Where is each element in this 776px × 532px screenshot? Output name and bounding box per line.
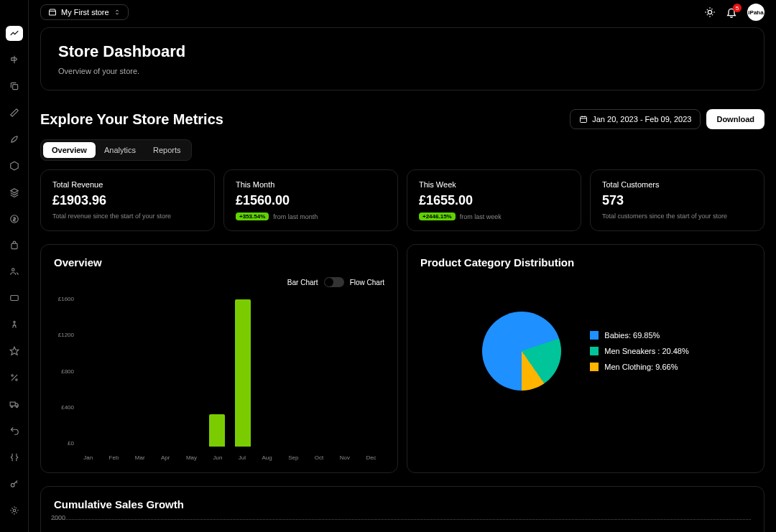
svg-rect-9 — [10, 402, 15, 406]
nav-copy-icon[interactable] — [6, 79, 23, 94]
nav-rocket-icon[interactable] — [6, 132, 23, 147]
store-selector[interactable]: My First store — [40, 4, 129, 20]
svg-marker-6 — [10, 347, 19, 355]
svg-point-5 — [13, 322, 14, 323]
tab-reports[interactable]: Reports — [144, 142, 190, 158]
nav-ruler-icon[interactable] — [6, 106, 23, 121]
bar-chart: £1600£1200£800£400£0 JanFebMarAprMayJunJ… — [54, 296, 384, 461]
overview-chart-title: Overview — [54, 256, 384, 269]
svg-point-11 — [16, 406, 17, 407]
legend-color-babies — [590, 331, 599, 340]
svg-point-13 — [13, 509, 16, 512]
nav-person-icon[interactable] — [6, 317, 23, 332]
growth-chart-card: Cumulative Sales Growth 2000 — [40, 486, 765, 532]
tab-overview[interactable]: Overview — [43, 142, 96, 158]
overview-chart-card: Overview Bar Chart Flow Chart £1600£1200… — [40, 244, 398, 473]
stat-value: £1655.00 — [419, 193, 569, 208]
nav-tool-icon[interactable] — [6, 449, 23, 465]
legend-color-clothing — [590, 363, 599, 371]
chevron-updown-icon — [114, 9, 121, 16]
stat-sub: Total customers since the start of your … — [602, 213, 752, 220]
store-name: My First store — [61, 8, 109, 17]
svg-point-8 — [15, 379, 17, 381]
notification-badge: 5 — [733, 4, 742, 12]
nav-key-icon[interactable] — [6, 476, 23, 491]
nav-settings-icon[interactable] — [6, 503, 23, 518]
nav-bag-icon[interactable] — [6, 238, 23, 253]
download-button[interactable]: Download — [706, 109, 765, 129]
stat-badge: +353.54% — [236, 213, 269, 220]
nav-dollar-icon[interactable] — [6, 211, 23, 226]
stat-label: Total Revenue — [52, 180, 203, 189]
stat-this-week: This Week £1655.00 +2446.15%from last we… — [407, 169, 581, 231]
svg-rect-15 — [581, 117, 587, 123]
growth-ytick: 2000 — [51, 514, 65, 521]
stat-sub: from last month — [273, 213, 318, 220]
growth-chart: 2000 — [54, 519, 751, 532]
toggle-label-flow: Flow Chart — [350, 279, 384, 286]
nav-wallet-icon[interactable] — [6, 291, 23, 306]
main-content: Store Dashboard Overview of your store. … — [29, 24, 776, 532]
svg-rect-2 — [11, 243, 17, 249]
nav-users-icon[interactable] — [6, 264, 23, 279]
svg-point-3 — [11, 269, 14, 271]
growth-chart-title: Cumulative Sales Growth — [54, 498, 751, 510]
stat-label: This Week — [419, 180, 569, 189]
stat-this-month: This Month £1560.00 +353.54%from last mo… — [223, 169, 398, 231]
avatar-initials: iPaha — [748, 9, 763, 16]
page-title: Store Dashboard — [58, 42, 747, 61]
svg-point-10 — [11, 406, 12, 407]
date-range-text: Jan 20, 2023 - Feb 09, 2023 — [592, 115, 691, 123]
legend-label: Men Sneakers : 20.48% — [604, 347, 688, 355]
stat-value: 573 — [602, 193, 752, 208]
pie-legend: Babies: 69.85% Men Sneakers : 20.48% Men… — [590, 331, 688, 371]
legend-label: Babies: 69.85% — [604, 331, 660, 340]
dashboard-header-card: Store Dashboard Overview of your store. — [40, 27, 765, 90]
stat-value: £1903.96 — [52, 193, 203, 208]
tabs: Overview Analytics Reports — [40, 139, 192, 161]
nav-layers-icon[interactable] — [6, 185, 23, 200]
chart-type-toggle[interactable] — [324, 277, 344, 287]
metrics-title: Explore Your Store Metrics — [40, 111, 223, 128]
stat-value: £1560.00 — [236, 193, 386, 208]
svg-rect-4 — [10, 296, 18, 301]
stat-badge: +2446.15% — [419, 213, 456, 220]
topbar: My First store 5 iPaha — [29, 0, 776, 24]
stat-label: Total Customers — [602, 180, 752, 189]
stat-total-customers: Total Customers 573 Total customers sinc… — [590, 169, 765, 231]
nav-box-icon[interactable] — [6, 158, 23, 173]
svg-point-12 — [11, 483, 14, 487]
legend-label: Men Clothing: 9.66% — [604, 363, 678, 371]
stat-total-revenue: Total Revenue £1903.96 Total revenue sin… — [40, 169, 215, 231]
svg-point-7 — [11, 375, 12, 376]
legend-color-sneakers — [590, 347, 599, 355]
toggle-label-bar: Bar Chart — [287, 279, 318, 286]
nav-truck-icon[interactable] — [6, 396, 23, 411]
nav-signpost-icon[interactable] — [6, 52, 23, 67]
svg-point-14 — [708, 10, 711, 14]
nav-undo-icon[interactable] — [6, 423, 23, 438]
sidebar — [0, 0, 29, 532]
stat-label: This Month — [236, 180, 386, 189]
date-range-picker[interactable]: Jan 20, 2023 - Feb 09, 2023 — [570, 109, 701, 129]
stat-sub: Total revenue since the start of your st… — [52, 213, 203, 220]
nav-percent-icon[interactable] — [6, 370, 23, 386]
pie-chart-title: Product Category Distribution — [420, 256, 751, 269]
page-subtitle: Overview of your store. — [58, 67, 747, 75]
stat-sub: from last week — [460, 213, 502, 220]
svg-rect-0 — [12, 85, 17, 90]
pie-chart-card: Product Category Distribution Babies: 69… — [407, 244, 765, 473]
tab-analytics[interactable]: Analytics — [96, 142, 144, 158]
nav-star-icon[interactable] — [6, 344, 23, 359]
pie-chart — [482, 312, 561, 391]
nav-dashboard-icon[interactable] — [6, 26, 23, 41]
theme-toggle-icon[interactable] — [704, 6, 716, 18]
notifications-icon[interactable]: 5 — [726, 6, 737, 18]
avatar[interactable]: iPaha — [747, 4, 765, 21]
calendar-icon — [579, 115, 588, 123]
store-icon — [48, 8, 57, 17]
